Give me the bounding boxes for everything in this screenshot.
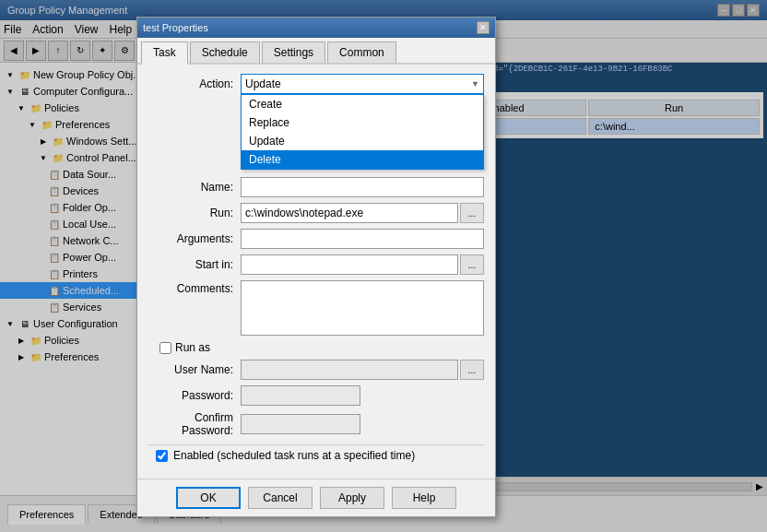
runas-label: Run as — [175, 341, 210, 354]
comments-row: Comments: — [148, 280, 484, 336]
action-dropdown[interactable]: Update ▼ — [241, 74, 484, 94]
tab-common[interactable]: Common — [327, 41, 396, 63]
modal-title-bar: test Properties ✕ — [137, 18, 495, 38]
password-row: Password: — [148, 385, 484, 406]
arguments-row: Arguments: — [148, 229, 484, 249]
confirm-password-input[interactable] — [241, 414, 360, 434]
username-input[interactable] — [241, 360, 458, 380]
startin-input-group: ... — [241, 254, 484, 275]
arguments-label: Arguments: — [148, 232, 241, 245]
username-browse-btn[interactable]: ... — [460, 360, 484, 380]
username-row: User Name: ... — [148, 360, 484, 380]
action-dropdown-container[interactable]: Update ▼ Create Replace Update Delete — [241, 74, 484, 94]
startin-row: Start in: ... — [148, 254, 484, 275]
option-create[interactable]: Create — [242, 95, 483, 113]
tab-schedule[interactable]: Schedule — [190, 41, 260, 63]
dropdown-arrow-icon: ▼ — [471, 79, 479, 89]
run-browse-btn[interactable]: ... — [460, 203, 484, 223]
username-label: User Name: — [148, 363, 241, 376]
password-input[interactable] — [241, 385, 360, 406]
help-button[interactable]: Help — [392, 487, 456, 509]
run-input-group: ... — [241, 203, 484, 223]
apply-button[interactable]: Apply — [320, 487, 384, 509]
option-delete[interactable]: Delete — [242, 150, 483, 169]
tab-task[interactable]: Task — [141, 41, 188, 65]
enabled-label: Enabled (scheduled task runs at a specif… — [173, 449, 415, 462]
comments-label: Comments: — [148, 280, 241, 295]
modal-window-controls[interactable]: ✕ — [477, 21, 490, 34]
confirm-password-label: Confirm Password: — [148, 411, 241, 437]
action-label: Action: — [148, 77, 241, 90]
comments-textarea[interactable] — [241, 280, 484, 336]
action-current-value: Update — [245, 77, 281, 90]
run-input[interactable] — [241, 203, 458, 223]
enabled-checkbox[interactable] — [156, 450, 168, 462]
modal-dialog: test Properties ✕ Task Schedule Settings… — [136, 17, 496, 517]
name-input[interactable] — [241, 177, 484, 197]
modal-content: Action: Update ▼ Create Replace Update D… — [137, 65, 495, 479]
enabled-row: Enabled (scheduled task runs at a specif… — [148, 444, 484, 466]
action-dropdown-list[interactable]: Create Replace Update Delete — [241, 94, 484, 170]
cancel-button[interactable]: Cancel — [248, 487, 313, 509]
run-row: Run: ... — [148, 203, 484, 223]
password-label: Password: — [148, 389, 241, 402]
modal-title: test Properties — [143, 22, 208, 33]
runas-row: Run as — [148, 341, 484, 354]
modal-close-btn[interactable]: ✕ — [477, 21, 490, 34]
startin-label: Start in: — [148, 258, 241, 271]
modal-tab-bar: Task Schedule Settings Common — [137, 38, 495, 65]
tab-settings[interactable]: Settings — [262, 41, 325, 63]
action-row: Action: Update ▼ Create Replace Update D… — [148, 74, 484, 94]
arguments-input[interactable] — [241, 229, 484, 249]
startin-input[interactable] — [241, 254, 458, 275]
startin-browse-btn[interactable]: ... — [460, 254, 484, 275]
ok-button[interactable]: OK — [176, 487, 241, 509]
option-update[interactable]: Update — [242, 132, 483, 150]
modal-button-bar: OK Cancel Apply Help — [137, 479, 495, 516]
option-replace[interactable]: Replace — [242, 113, 483, 132]
runas-checkbox[interactable] — [159, 342, 171, 354]
run-label: Run: — [148, 207, 241, 219]
name-row: Name: — [148, 177, 484, 197]
name-label: Name: — [148, 181, 241, 194]
username-input-group: ... — [241, 360, 484, 380]
confirm-password-row: Confirm Password: — [148, 411, 484, 437]
